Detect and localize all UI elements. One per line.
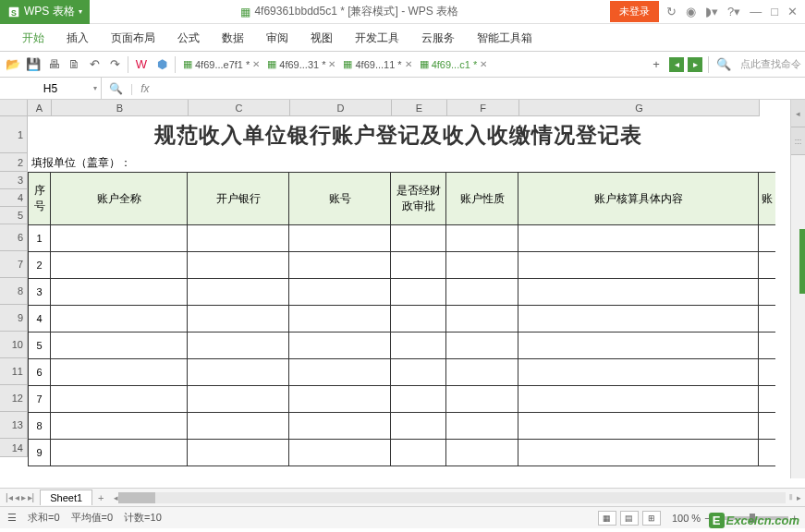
panel-grip[interactable]: ::: [791,127,805,155]
row-header[interactable]: 9 [0,305,28,332]
column-header[interactable]: G [519,100,760,115]
table-cell[interactable] [518,306,759,332]
table-cell[interactable] [391,359,446,386]
table-cell[interactable] [391,306,446,332]
sheet-subtitle[interactable]: 填报单位（盖章）： [28,153,775,172]
table-cell[interactable] [51,359,188,386]
redo-icon[interactable]: ↷ [105,55,124,74]
horizontal-scrollbar[interactable] [118,492,786,503]
menu-tab[interactable]: 审阅 [255,24,299,52]
table-cell[interactable] [518,386,759,413]
table-cell[interactable] [289,252,391,279]
undo-icon[interactable]: ↶ [85,55,104,74]
table-cell[interactable] [289,359,391,386]
table-cell[interactable] [518,279,759,306]
table-cell[interactable] [188,386,289,413]
table-row[interactable]: 5 [29,332,775,359]
sheet-prev-icon[interactable]: ◂ [15,492,19,502]
table-cell[interactable] [391,413,446,440]
table-cell[interactable] [51,225,188,252]
table-cell[interactable] [51,440,188,466]
login-button[interactable]: 未登录 [610,1,659,22]
table-cell[interactable] [391,440,446,466]
table-cell[interactable] [759,279,775,306]
command-search[interactable]: 点此查找命令 [737,57,801,71]
document-tab[interactable]: ▦4f69...31 *✕ [263,58,339,70]
close-tab-icon[interactable]: ✕ [252,59,260,69]
table-cell[interactable] [289,306,391,332]
menu-tab[interactable]: 云服务 [410,24,466,52]
column-header[interactable]: C [189,100,290,115]
table-cell[interactable] [446,386,518,413]
column-header[interactable]: F [447,100,519,115]
column-header[interactable]: D [290,100,392,115]
table-cell[interactable] [289,332,391,359]
table-header[interactable]: 账户核算具体内容 [518,173,759,225]
close-tab-icon[interactable]: ✕ [480,59,487,69]
document-tab[interactable]: ▦4f69...e7f1 *✕ [179,58,263,70]
table-cell[interactable] [188,359,289,386]
panel-grip[interactable]: ◂ [791,100,805,127]
row-header[interactable]: 4 [0,189,28,207]
view-page-icon[interactable]: ▤ [620,511,639,526]
table-cell[interactable] [188,440,289,466]
column-header[interactable]: E [392,100,447,115]
table-header[interactable]: 账 [759,173,775,225]
print-icon[interactable]: 🖶 [44,55,63,74]
sheet-title[interactable]: 规范收入单位银行账户登记及收入收缴情况登记表 [28,116,769,153]
row-header[interactable]: 7 [0,251,28,278]
table-row[interactable]: 2 [29,252,775,279]
close-tab-icon[interactable]: ✕ [405,59,412,69]
document-tab[interactable]: ▦4f69...c1 *✕ [416,58,492,70]
table-cell[interactable] [188,332,289,359]
table-cell[interactable] [759,386,775,413]
document-tab[interactable]: ▦4f69...11 *✕ [339,58,415,70]
feedback-icon[interactable]: ?▾ [727,5,740,18]
table-row[interactable]: 7 [29,386,775,413]
table-cell[interactable] [518,252,759,279]
table-cell[interactable] [51,413,188,440]
zoom-value[interactable]: 100 % [672,513,701,524]
table-cell[interactable] [518,413,759,440]
table-cell[interactable] [51,306,188,332]
table-cell[interactable] [759,306,775,332]
table-cell[interactable] [446,279,518,306]
column-header[interactable]: A [28,100,52,115]
table-cell[interactable] [391,225,446,252]
maximize-icon[interactable]: □ [771,5,778,18]
row-header[interactable]: 2 [0,153,28,172]
row-header[interactable]: 10 [0,332,28,358]
view-normal-icon[interactable]: ▦ [598,511,616,526]
fx-label[interactable]: fx [140,82,149,95]
select-all-corner[interactable] [0,100,28,116]
table-row[interactable]: 4 [29,306,775,332]
cloud-icon[interactable]: ◉ [686,5,696,18]
sync-icon[interactable]: ↻ [666,5,677,18]
table-cell[interactable] [188,225,289,252]
row-header[interactable]: 3 [0,172,28,189]
table-cell[interactable] [289,413,391,440]
row-header[interactable]: 1 [0,116,28,153]
menu-tab[interactable]: 开始 [11,24,55,52]
table-header[interactable]: 账户全称 [51,173,188,225]
table-cell[interactable] [289,440,391,466]
menu-tab[interactable]: 页面布局 [100,24,166,52]
add-tab-icon[interactable]: + [647,55,665,74]
data-table[interactable]: 序号账户全称开户银行账号是否经财政审批账户性质账户核算具体内容账 1234567… [28,172,775,466]
cube-icon[interactable]: ⬢ [152,55,171,74]
table-cell[interactable] [518,440,759,466]
table-cell[interactable] [289,279,391,306]
scrollbar-thumb[interactable] [118,492,155,503]
menu-icon[interactable]: ☰ [7,512,17,524]
table-cell[interactable] [391,252,446,279]
menu-tab[interactable]: 智能工具箱 [466,24,543,52]
table-cell[interactable] [51,252,188,279]
fx-search-icon[interactable]: 🔍 [109,82,123,95]
hscroll-handle-icon[interactable]: ⦀ [786,492,797,502]
row-header[interactable]: 5 [0,207,28,224]
table-header[interactable]: 序号 [29,173,51,225]
sheet-first-icon[interactable]: |◂ [6,492,13,502]
sheet-last-icon[interactable]: ▸| [28,492,35,502]
view-break-icon[interactable]: ⊞ [642,511,661,526]
table-cell[interactable] [289,225,391,252]
